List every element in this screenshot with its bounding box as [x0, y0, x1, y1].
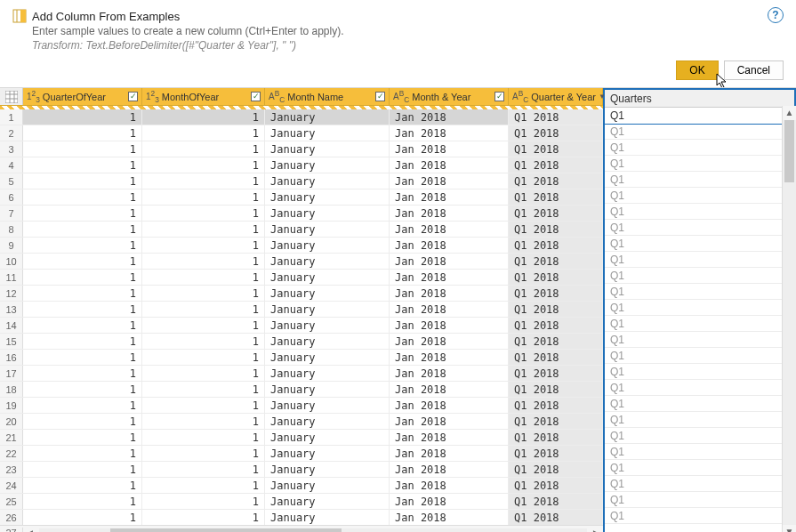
- table-row[interactable]: 2511JanuaryJan 2018Q1 2018: [0, 494, 603, 510]
- cell-quarterofyear[interactable]: 1: [23, 189, 142, 205]
- table-row[interactable]: 211JanuaryJan 2018Q1 2018: [0, 125, 603, 141]
- cell-monthofyear[interactable]: 1: [142, 270, 265, 285]
- cell-quarterofyear[interactable]: 1: [23, 430, 142, 445]
- ok-button[interactable]: OK: [676, 60, 718, 80]
- new-column-suggestion[interactable]: Q1: [605, 364, 794, 380]
- cell-quarteryear[interactable]: Q1 2018: [509, 302, 603, 317]
- table-row[interactable]: 1911JanuaryJan 2018Q1 2018: [0, 398, 603, 414]
- cell-monthofyear[interactable]: 1: [142, 366, 265, 381]
- cell-monthyear[interactable]: Jan 2018: [390, 270, 509, 285]
- scroll-up-icon[interactable]: ▲: [783, 106, 796, 120]
- cell-quarteryear[interactable]: Q1 2018: [509, 270, 603, 285]
- new-column-suggestion[interactable]: Q1: [605, 396, 794, 412]
- cell-quarterofyear[interactable]: 1: [23, 109, 142, 125]
- cell-quarterofyear[interactable]: 1: [23, 446, 142, 461]
- help-icon[interactable]: ?: [768, 7, 784, 23]
- table-row[interactable]: 1511JanuaryJan 2018Q1 2018: [0, 334, 603, 350]
- cell-quarteryear[interactable]: Q1 2018: [509, 462, 603, 477]
- cell-quarterofyear[interactable]: 1: [23, 366, 142, 381]
- cell-monthname[interactable]: January: [265, 141, 390, 157]
- cell-monthname[interactable]: January: [265, 494, 390, 509]
- cell-quarterofyear[interactable]: 1: [23, 206, 142, 221]
- table-row[interactable]: 2611JanuaryJan 2018Q1 2018: [0, 510, 603, 525]
- new-column-suggestion[interactable]: Q1: [605, 156, 794, 172]
- cell-quarteryear[interactable]: Q1 2018: [509, 510, 603, 525]
- cell-quarterofyear[interactable]: 1: [23, 510, 142, 525]
- cell-quarteryear[interactable]: Q1 2018: [509, 109, 603, 125]
- table-row[interactable]: 611JanuaryJan 2018Q1 2018: [0, 189, 603, 206]
- cell-quarteryear[interactable]: Q1 2018: [509, 189, 603, 205]
- cell-monthofyear[interactable]: 1: [142, 478, 265, 493]
- cell-monthofyear[interactable]: 1: [142, 157, 265, 173]
- new-column-suggestion[interactable]: Q1: [605, 140, 794, 156]
- cell-quarterofyear[interactable]: 1: [23, 302, 142, 317]
- cell-quarterofyear[interactable]: 1: [23, 414, 142, 429]
- cell-quarterofyear[interactable]: 1: [23, 462, 142, 477]
- cell-quarteryear[interactable]: Q1 2018: [509, 414, 603, 429]
- cell-quarteryear[interactable]: Q1 2018: [509, 398, 603, 413]
- cell-quarteryear[interactable]: Q1 2018: [509, 446, 603, 461]
- column-header-monthofyear[interactable]: 123 MonthOfYear ✓: [142, 88, 265, 105]
- table-row[interactable]: 2311JanuaryJan 2018Q1 2018: [0, 462, 603, 478]
- scrollbar-thumb[interactable]: [784, 120, 794, 182]
- cell-quarteryear[interactable]: Q1 2018: [509, 254, 603, 269]
- cell-monthyear[interactable]: Jan 2018: [390, 398, 509, 413]
- cell-monthyear[interactable]: Jan 2018: [390, 125, 509, 141]
- cell-monthname[interactable]: January: [265, 173, 390, 189]
- cell-monthofyear[interactable]: 1: [142, 462, 265, 477]
- cell-monthyear[interactable]: Jan 2018: [390, 382, 509, 397]
- new-column-input[interactable]: Q1: [605, 108, 794, 125]
- cancel-button[interactable]: Cancel: [724, 60, 784, 80]
- cell-monthofyear[interactable]: 1: [142, 238, 265, 253]
- new-column-suggestion[interactable]: Q1: [605, 124, 794, 140]
- cell-monthyear[interactable]: Jan 2018: [390, 222, 509, 237]
- cell-quarterofyear[interactable]: 1: [23, 398, 142, 413]
- new-column-header[interactable]: Quarters: [605, 90, 794, 108]
- cell-quarteryear[interactable]: Q1 2018: [509, 430, 603, 445]
- cell-monthname[interactable]: January: [265, 254, 390, 269]
- new-column-suggestion[interactable]: Q1: [605, 188, 794, 204]
- cell-monthname[interactable]: January: [265, 302, 390, 317]
- cell-monthyear[interactable]: Jan 2018: [390, 189, 509, 205]
- cell-monthyear[interactable]: Jan 2018: [390, 157, 509, 173]
- cell-quarteryear[interactable]: Q1 2018: [509, 173, 603, 189]
- cell-monthofyear[interactable]: 1: [142, 254, 265, 269]
- cell-monthyear[interactable]: Jan 2018: [390, 109, 509, 125]
- cell-monthyear[interactable]: Jan 2018: [390, 430, 509, 445]
- cell-monthname[interactable]: January: [265, 270, 390, 285]
- table-row[interactable]: 411JanuaryJan 2018Q1 2018: [0, 157, 603, 173]
- scrollbar-track[interactable]: [39, 528, 587, 533]
- cell-quarterofyear[interactable]: 1: [23, 270, 142, 285]
- table-row[interactable]: 2111JanuaryJan 2018Q1 2018: [0, 430, 603, 446]
- column-header-monthyear[interactable]: ABC Month & Year ✓: [390, 88, 509, 105]
- cell-monthname[interactable]: January: [265, 414, 390, 429]
- table-row[interactable]: 911JanuaryJan 2018Q1 2018: [0, 238, 603, 254]
- cell-monthname[interactable]: January: [265, 189, 390, 205]
- cell-monthofyear[interactable]: 1: [142, 206, 265, 221]
- cell-monthyear[interactable]: Jan 2018: [390, 446, 509, 461]
- cell-monthname[interactable]: January: [265, 206, 390, 221]
- cell-monthofyear[interactable]: 1: [142, 125, 265, 141]
- new-column-suggestion[interactable]: Q1: [605, 204, 794, 220]
- column-header-quarteryear[interactable]: ABC Quarter & Year ▼: [509, 88, 603, 105]
- cell-monthyear[interactable]: Jan 2018: [390, 286, 509, 301]
- table-row[interactable]: 1811JanuaryJan 2018Q1 2018: [0, 382, 603, 398]
- cell-monthyear[interactable]: Jan 2018: [390, 302, 509, 317]
- table-row[interactable]: 711JanuaryJan 2018Q1 2018: [0, 206, 603, 222]
- cell-quarterofyear[interactable]: 1: [23, 222, 142, 237]
- cell-monthname[interactable]: January: [265, 334, 390, 349]
- horizontal-scrollbar[interactable]: 27 ◄ ►: [0, 525, 603, 532]
- cell-monthyear[interactable]: Jan 2018: [390, 254, 509, 269]
- cell-quarterofyear[interactable]: 1: [23, 141, 142, 157]
- cell-quarterofyear[interactable]: 1: [23, 350, 142, 365]
- cell-monthname[interactable]: January: [265, 446, 390, 461]
- cell-monthofyear[interactable]: 1: [142, 173, 265, 189]
- cell-monthofyear[interactable]: 1: [142, 189, 265, 205]
- table-row[interactable]: 111JanuaryJan 2018Q1 2018: [0, 109, 603, 125]
- cell-monthofyear[interactable]: 1: [142, 109, 265, 125]
- table-row[interactable]: 2411JanuaryJan 2018Q1 2018: [0, 478, 603, 494]
- cell-quarterofyear[interactable]: 1: [23, 286, 142, 301]
- cell-quarteryear[interactable]: Q1 2018: [509, 222, 603, 237]
- new-column-suggestion[interactable]: Q1: [605, 252, 794, 268]
- cell-monthofyear[interactable]: 1: [142, 494, 265, 509]
